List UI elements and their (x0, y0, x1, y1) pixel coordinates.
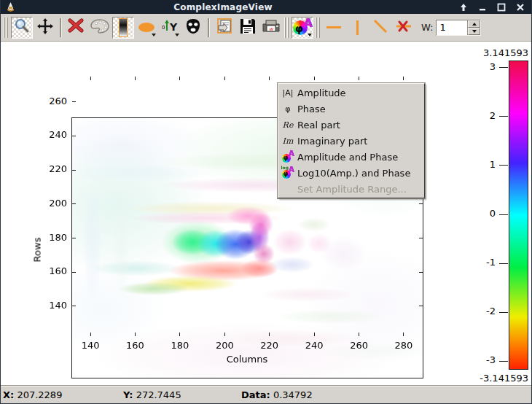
x-tick-label: 240 (301, 340, 327, 351)
horizontal-line-icon (326, 26, 341, 28)
palette-icon (90, 19, 109, 36)
copy-view-button[interactable] (214, 17, 235, 39)
minimize-button[interactable] (477, 2, 488, 12)
red-cross-icon (68, 18, 85, 37)
diagonal-line-icon (373, 19, 388, 36)
x-tick-label: 280 (391, 340, 417, 351)
window-title: ComplexImageView (20, 2, 426, 12)
real-part-icon: Re (283, 120, 294, 130)
mask-button[interactable] (182, 17, 204, 39)
phase-icon: φ (285, 104, 290, 114)
gradient-bar-icon (119, 18, 128, 37)
printer-icon: w (262, 18, 281, 37)
profile-delete-button[interactable] (393, 17, 415, 39)
colorbar (509, 61, 528, 370)
delete-roi-button[interactable] (66, 17, 87, 39)
y-tick-label: 140 (42, 300, 67, 311)
complex-display-mode-button[interactable]: φA (292, 17, 313, 39)
menu-item-log10-amp-and-phase[interactable]: logφALog10(Amp.) and Phase (278, 165, 424, 181)
colorbar-tick-label: -3 (475, 354, 496, 365)
titlebar: ComplexImageView (1, 0, 532, 14)
colorbar-toggle-button[interactable] (112, 17, 134, 39)
print-button[interactable]: w (260, 17, 282, 39)
x-tick-label: 140 (77, 340, 103, 351)
profile-vertical-button[interactable] (346, 17, 368, 39)
pan-button[interactable] (34, 17, 56, 39)
x-tick-label: 220 (257, 340, 283, 351)
width-label: W: (421, 22, 433, 33)
svg-text:Y: Y (169, 21, 178, 33)
axes-mode-button[interactable]: Y 0 (159, 17, 181, 39)
toolbar: Y 0 (1, 14, 532, 42)
y-tick-label: 220 (42, 163, 67, 174)
chevron-down-icon (308, 34, 312, 36)
menu-item-amplitude[interactable]: |A|Amplitude (278, 85, 424, 101)
menu-item-set-amplitude-range: Set Amplitude Range... (278, 181, 424, 197)
toolbar-separator (208, 18, 210, 37)
plot-canvas-area: 1401601802002202402602802602402202001801… (1, 42, 532, 386)
menu-item-imaginary-part[interactable]: ImImaginary part (278, 133, 424, 149)
chevron-down-icon (175, 34, 179, 36)
profile-diagonal-button[interactable] (369, 17, 391, 39)
toolbar-grip[interactable] (316, 18, 321, 38)
clipboard-copy-icon (215, 17, 234, 39)
svg-text:0: 0 (162, 25, 165, 31)
triangle-up-icon (472, 23, 477, 26)
x-tick-label: 200 (211, 340, 238, 351)
status-x: X: 207.2289 (3, 389, 62, 400)
window-controls (426, 0, 532, 14)
x-tick-label: 180 (167, 340, 193, 351)
status-y: Y: 272.7445 (123, 389, 181, 400)
toolbar-grip[interactable] (4, 18, 9, 38)
shade-button[interactable] (458, 2, 469, 12)
triangle-down-icon (472, 30, 477, 33)
spin-up-button[interactable] (468, 20, 480, 28)
x-tick-label: 260 (346, 340, 372, 351)
colorbar-tick-label: -2 (475, 306, 496, 316)
app-window: ComplexImageView (0, 0, 532, 404)
move-arrows-icon (36, 18, 54, 38)
colorbar-tick-label: 3 (475, 61, 496, 72)
log-amplitude-phase-icon: logφA (282, 168, 294, 179)
delete-line-icon (395, 20, 412, 36)
menu-item-amplitude-and-phase[interactable]: φAAmplitude and Phase (278, 149, 424, 165)
vertical-line-icon (356, 20, 359, 35)
maximize-button[interactable] (496, 2, 506, 12)
colorbar-tick-label: 0 (475, 208, 496, 219)
width-value[interactable]: 1 (437, 22, 467, 33)
floppy-disk-icon (239, 18, 257, 38)
spin-down-button[interactable] (468, 28, 480, 35)
palette-button[interactable] (89, 17, 111, 39)
y-axis-label: Rows (32, 236, 43, 265)
y-tick-label: 180 (42, 232, 67, 243)
menu-item-phase[interactable]: φPhase (278, 101, 424, 117)
amplitude-icon: |A| (283, 88, 294, 98)
toolbar-separator (60, 18, 62, 37)
width-spinbox[interactable]: 1 (436, 20, 481, 36)
zoom-button[interactable] (11, 17, 33, 39)
y-tick-label: 200 (42, 198, 67, 209)
amplitude-phase-icon: φA (282, 152, 294, 163)
x-axis-label: Columns (203, 354, 291, 365)
menu-item-real-part[interactable]: ReReal part (278, 117, 424, 133)
ellipse-roi-button[interactable] (136, 17, 157, 39)
chevron-down-icon (152, 34, 156, 36)
imaginary-part-icon: Im (283, 136, 294, 146)
colorbar-min-label: -3.141593 (464, 373, 528, 384)
spinner-buttons (467, 20, 480, 35)
profile-horizontal-button[interactable] (323, 17, 345, 39)
x-tick-label: 160 (122, 340, 149, 351)
colorbar-tick-label: -1 (475, 257, 496, 268)
app-flame-icon (1, 0, 20, 14)
status-data: Data: 0.34792 (241, 389, 313, 400)
colorbar-gradient (509, 61, 528, 369)
colorbar-tick-label: 2 (475, 110, 496, 121)
toolbar-grip[interactable] (284, 18, 289, 38)
save-button[interactable] (237, 17, 259, 39)
magnifier-icon (14, 18, 30, 37)
close-button[interactable] (515, 2, 525, 12)
colorbar-max-label: 3.141593 (467, 47, 528, 58)
orange-ellipse-icon (138, 23, 154, 32)
y-tick-label: 260 (42, 96, 67, 106)
colorbar-tick-label: 1 (475, 159, 496, 170)
